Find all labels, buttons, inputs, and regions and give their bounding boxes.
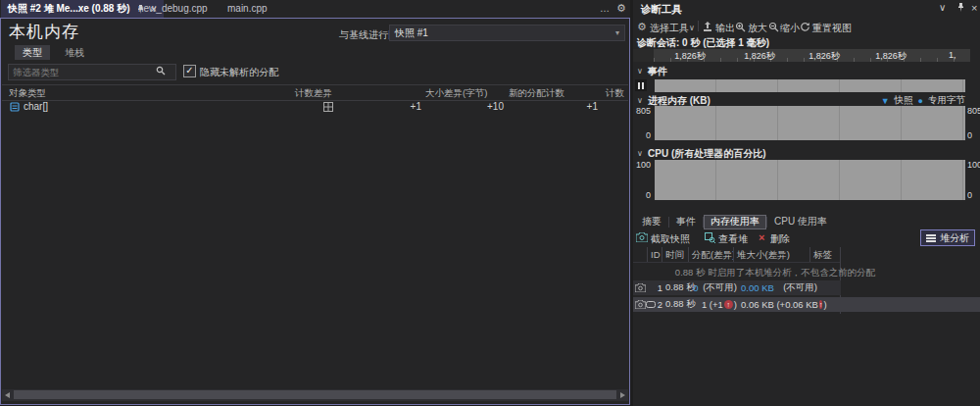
scrollbar-thumb[interactable] xyxy=(14,390,616,399)
tab-types[interactable]: 类型 xyxy=(15,45,50,60)
cpu-ymin-right: 0 xyxy=(967,190,972,200)
col-size-diff[interactable]: 大小差异(字节) xyxy=(425,87,487,100)
zoom-out-button[interactable]: 缩小 xyxy=(780,22,800,35)
pin-icon[interactable] xyxy=(956,3,965,12)
size-diff-value: +10 xyxy=(453,101,504,112)
zoom-in-button[interactable]: 放大 xyxy=(748,22,767,35)
heap-close: ) xyxy=(823,299,826,310)
view-heap-icon[interactable] xyxy=(705,232,715,243)
chevron-down-icon[interactable]: ∨ xyxy=(637,96,643,105)
gear-icon: ⚙ xyxy=(637,21,647,33)
output-button[interactable]: 输出 xyxy=(715,22,735,35)
ruler-label: 1,826秒 xyxy=(674,50,706,63)
reset-view-button[interactable]: 重置视图 xyxy=(812,22,852,35)
col-id[interactable]: ID xyxy=(648,247,662,262)
heap-profiling-notice: 0.88 秒 时启用了本机堆分析，不包含之前的分配 xyxy=(643,267,907,279)
tab-snapshot-label: 快照 #2 堆 Me...xe (0.88 秒) xyxy=(8,2,130,16)
delete-button[interactable]: 删除 xyxy=(770,232,790,246)
col-count[interactable]: 计数 xyxy=(606,87,624,100)
scroll-left-icon[interactable] xyxy=(5,392,10,398)
close-icon[interactable]: × xyxy=(971,2,977,14)
snapshot-marker-icon: ▼ xyxy=(881,96,890,106)
tab-summary[interactable]: 摘要 xyxy=(635,215,668,229)
ruler-label: 1,826秒 xyxy=(744,50,775,63)
table-row[interactable]: char[] +1 +10 +1 xyxy=(2,100,628,115)
ruler-label: 1, xyxy=(949,50,956,60)
select-tool-button[interactable]: 选择工具 xyxy=(650,22,689,35)
snapshot-row-2[interactable]: 2 0.88 秒 1 (+1 ↑ ) 0.06 KB (+0.06 KB ↑ ) xyxy=(633,297,980,312)
toolbar-separator xyxy=(698,21,699,31)
vs-diagnostics-window: 快照 #2 堆 Me...xe (0.88 秒) × new_debug.cpp… xyxy=(0,0,980,406)
memory-chart-area[interactable] xyxy=(655,106,965,140)
chevron-down-icon[interactable]: ∨ xyxy=(939,2,946,13)
tab-memory-usage[interactable]: 内存使用率 xyxy=(704,215,766,229)
horizontal-scrollbar[interactable] xyxy=(2,389,628,401)
scroll-right-icon[interactable] xyxy=(620,392,625,398)
view-heap-button[interactable]: 查看堆 xyxy=(718,232,748,246)
col-tag[interactable]: 标签 xyxy=(810,247,840,262)
increase-arrow-icon: ↑ xyxy=(724,300,733,309)
baseline-snapshot-value: 快照 #1 xyxy=(395,26,428,40)
cpu-ymax-right: 100 xyxy=(967,160,980,170)
search-icon[interactable] xyxy=(156,66,166,76)
tab-stacks[interactable]: 堆栈 xyxy=(57,45,92,60)
col-count-diff[interactable]: 计数差异 xyxy=(295,87,332,100)
alloc-count[interactable]: 0 xyxy=(693,282,698,293)
snapshot-heap: 0.06 KB (+0.06 KB ↑ ) xyxy=(737,299,817,310)
editor-tab-strip: 快照 #2 堆 Me...xe (0.88 秒) × new_debug.cpp… xyxy=(0,0,630,18)
snapshot-heap: 0.00 KB (不可用) xyxy=(737,281,820,294)
heap-analysis-label: 堆分析 xyxy=(940,231,969,245)
heap-size-link[interactable]: 0.00 KB xyxy=(741,282,774,293)
col-heap-size-diff[interactable]: 堆大小(差异) xyxy=(734,247,810,262)
snapshot-row-1[interactable]: 1 0.88 秒 0 (不可用) 0.00 KB (不可用) xyxy=(633,280,841,295)
col-new-alloc-count[interactable]: 新的分配计数 xyxy=(509,87,564,100)
types-table-header: 对象类型 计数差异 大小差异(字节) 新的分配计数 计数 xyxy=(2,84,628,101)
tab-new-debug-cpp[interactable]: new_debug.cpp xyxy=(138,0,208,18)
snapshot-id: 1 xyxy=(648,282,662,293)
snapshot-time: 0.88 秒 xyxy=(662,281,692,294)
tab-main-cpp[interactable]: main.cpp xyxy=(227,0,268,18)
memory-ymax-left: 805 xyxy=(633,106,651,116)
cpu-ymax-left: 100 xyxy=(633,160,651,170)
snapshot-alloc: 1 (+1 ↑ ) xyxy=(692,299,737,310)
tab-events[interactable]: 事件 xyxy=(669,215,703,229)
alloc-note: (不可用) xyxy=(703,281,737,294)
hide-unresolved-checkbox[interactable]: ✓ xyxy=(183,65,196,77)
memory-ymin-left: 0 xyxy=(633,130,651,140)
pause-icon xyxy=(635,79,647,91)
events-track[interactable] xyxy=(655,79,965,92)
new-allocation-icon xyxy=(323,102,333,112)
output-icon[interactable] xyxy=(703,22,712,32)
reset-view-icon[interactable] xyxy=(800,22,810,32)
chevron-down-icon[interactable]: ∨ xyxy=(637,149,643,158)
col-object-type[interactable]: 对象类型 xyxy=(9,87,46,100)
diagnostic-tools-pane: 诊断工具 ∨ × ⚙ 选择工具 ∨ 输出 放大 缩小 重置视图 诊断会话: 0 … xyxy=(633,0,980,406)
snapshot-table-header: ID 时间 分配(差异) 堆大小(差异) 标签 xyxy=(633,247,840,263)
timeline-ruler[interactable]: 1,826秒 1,826秒 1,826秒 1,826秒 1, xyxy=(633,49,980,62)
chevron-down-icon[interactable]: ∨ xyxy=(637,67,643,76)
filter-input[interactable] xyxy=(8,64,176,80)
chevron-down-icon[interactable]: ∨ xyxy=(689,24,695,32)
memory-chart: 805 0 805 0 xyxy=(633,105,980,141)
take-snapshot-button[interactable]: 截取快照 xyxy=(651,232,690,246)
heap-analysis-button[interactable]: 堆分析 xyxy=(920,229,975,246)
zoom-in-icon[interactable] xyxy=(735,22,746,32)
camera-icon[interactable] xyxy=(636,232,648,242)
baseline-snapshot-select[interactable]: 快照 #1 ▾ xyxy=(389,25,625,41)
cpu-chart-area[interactable] xyxy=(655,160,965,200)
ruler-label: 1,826秒 xyxy=(875,50,906,63)
delete-icon[interactable]: × xyxy=(759,231,764,243)
events-section-title[interactable]: 事件 xyxy=(648,65,667,78)
object-type-name: char[] xyxy=(24,101,48,112)
alloc-count[interactable]: 1 (+1 xyxy=(702,299,723,310)
session-status: 诊断会话: 0 秒 (已选择 1 毫秒) xyxy=(637,36,769,50)
heap-size[interactable]: 0.06 KB (+0.06 KB xyxy=(741,299,818,310)
page-title: 本机内存 xyxy=(9,21,79,43)
hide-unresolved-label: 隐藏未解析的分配 xyxy=(200,66,278,79)
col-alloc-diff[interactable]: 分配(差异) xyxy=(689,247,734,262)
gear-icon[interactable]: ⚙ xyxy=(616,0,626,18)
tab-cpu-usage[interactable]: CPU 使用率 xyxy=(767,215,834,229)
col-time[interactable]: 时间 xyxy=(662,247,689,262)
zoom-out-icon[interactable] xyxy=(768,22,779,32)
ellipsis-icon[interactable]: … xyxy=(600,0,610,18)
